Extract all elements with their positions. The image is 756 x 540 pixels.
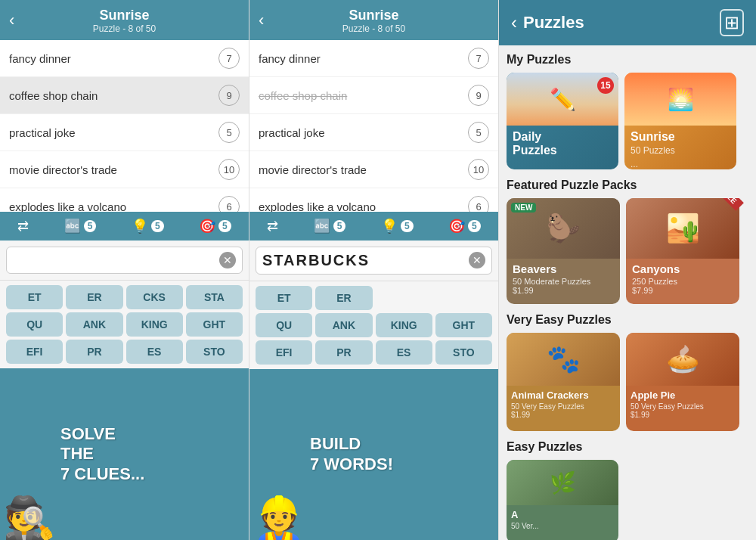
hint-icon: 💡 [132, 218, 148, 234]
clue-row[interactable]: explodes like a volcano 6 [0, 188, 249, 212]
letters-button[interactable]: 🔤 5 [64, 218, 97, 234]
puzzles-header: ‹ Puzzles ⊞ [499, 0, 756, 45]
letter-tile[interactable]: STO [186, 340, 243, 364]
letters-button[interactable]: 🔤 5 [314, 218, 346, 234]
clue-row[interactable]: explodes like a volcano 6 [249, 188, 498, 212]
easy-section-title: Easy Puzzles [507, 440, 748, 454]
left-header: ‹ Sunrise Puzzle - 8 of 50 [0, 0, 249, 40]
animal-crackers-label: Animal Crackers [507, 386, 620, 402]
puzzles-collection-icon[interactable]: ⊞ [720, 9, 744, 36]
apple-pie-price: $1.99 [626, 411, 739, 422]
clue-text: coffee shop chain [259, 89, 347, 102]
hint-icon: 💡 [381, 218, 398, 234]
clue-text: coffee shop chain [9, 89, 98, 102]
canyons-sublabel: 250 Puzzles [626, 277, 739, 286]
daily-badge: 15 [597, 77, 614, 94]
canyons-card[interactable]: 🏜️ SALE Canyons 250 Puzzles $7.99 [626, 198, 739, 304]
beavers-card[interactable]: 🦫 NEW Beavers 50 Moderate Puzzles $1.99 [507, 198, 620, 304]
letter-tile[interactable]: CKS [126, 285, 183, 309]
hint-button[interactable]: 💡 5 [381, 218, 414, 234]
clue-row[interactable]: movie director's trade 10 [0, 151, 249, 188]
clue-row[interactable]: coffee shop chain 9 [249, 77, 498, 114]
animal-crackers-card[interactable]: 🐾 Animal Crackers 50 Very Easy Puzzles $… [507, 333, 620, 431]
daily-puzzles-card[interactable]: ✏️ 15 DailyPuzzles [507, 73, 618, 169]
letter-tile[interactable]: ER [315, 286, 372, 310]
apple-pie-label: Apple Pie [626, 386, 739, 402]
letters-icon: 🔤 [314, 218, 330, 234]
middle-title: Sunrise [256, 8, 492, 23]
left-subtitle: Puzzle - 8 of 50 [6, 23, 243, 34]
letter-tile[interactable]: STO [435, 340, 492, 365]
clue-number: 6 [218, 196, 240, 212]
sunrise-card[interactable]: 🌅 Sunrise 50 Puzzles ... [624, 73, 736, 169]
clue-number: 6 [468, 196, 489, 212]
clue-text: movie director's trade [9, 163, 117, 176]
clue-text: movie director's trade [259, 163, 367, 176]
clue-row[interactable]: fancy dinner 7 [249, 40, 498, 77]
letters-icon: 🔤 [64, 218, 81, 234]
letter-tile[interactable]: QU [6, 312, 63, 337]
clue-row[interactable]: coffee shop chain 9 [0, 77, 249, 114]
very-easy-section-title: Very Easy Puzzles [507, 313, 748, 327]
letter-tile[interactable]: ANK [66, 312, 122, 337]
clue-row[interactable]: practical joke 5 [249, 114, 498, 151]
middle-word-input[interactable]: STARBUCKS ✕ [256, 247, 492, 275]
new-badge: NEW [511, 203, 536, 213]
puzzles-back-button[interactable]: ‹ [511, 12, 517, 33]
beavers-price: $1.99 [507, 286, 620, 298]
letter-tile[interactable]: ES [126, 340, 183, 364]
check-button[interactable]: 🎯 5 [199, 218, 231, 234]
canyon-icon: 🏜️ [626, 198, 739, 259]
letter-tile[interactable]: QU [256, 313, 312, 337]
left-clear-button[interactable]: ✕ [219, 252, 236, 268]
shuffle-icon: ⇄ [267, 218, 278, 234]
check-badge: 5 [218, 220, 231, 232]
left-panel: ‹ Sunrise Puzzle - 8 of 50 fancy dinner … [0, 0, 249, 540]
hint-button[interactable]: 💡 5 [132, 218, 164, 234]
easy-card-row: 🌿 A 50 Ver... [507, 460, 748, 540]
letter-tile[interactable]: GHT [186, 312, 243, 337]
letter-tile[interactable]: GHT [435, 313, 492, 337]
letter-tile[interactable]: STA [186, 285, 243, 309]
letter-tile[interactable]: PR [315, 340, 372, 365]
clue-text: explodes like a volcano [9, 200, 126, 213]
clue-row[interactable]: movie director's trade 10 [249, 151, 498, 188]
left-mascot-text: SOLVETHE7 CLUES... [0, 415, 153, 493]
clue-number: 5 [468, 122, 489, 143]
letter-tile[interactable]: EFI [6, 340, 63, 364]
clue-text: practical joke [259, 126, 325, 139]
middle-mascot-emoji: 👷 [253, 498, 305, 540]
middle-clear-button[interactable]: ✕ [469, 252, 485, 268]
letter-tile[interactable]: ANK [315, 313, 372, 337]
very-easy-card-row: 🐾 Animal Crackers 50 Very Easy Puzzles $… [507, 333, 748, 431]
left-input-area: ✕ [0, 241, 249, 281]
clue-number: 5 [218, 122, 240, 143]
letter-tile[interactable]: PR [66, 340, 122, 364]
check-button[interactable]: 🎯 5 [448, 218, 481, 234]
letter-tile[interactable]: ET [6, 285, 63, 309]
apple-pie-card[interactable]: 🥧 Apple Pie 50 Very Easy Puzzles $1.99 [626, 333, 739, 431]
clue-text: fancy dinner [9, 52, 71, 65]
letter-tile[interactable]: KING [376, 313, 432, 337]
shuffle-button[interactable]: ⇄ [17, 218, 29, 234]
shuffle-button[interactable]: ⇄ [267, 218, 278, 234]
left-mascot-emoji: 🕵️ [3, 498, 56, 540]
middle-panel: ‹ Sunrise Puzzle - 8 of 50 fancy dinner … [249, 0, 499, 540]
left-letter-grid: ET ER CKS STA QU ANK KING GHT EFI PR ES … [0, 281, 249, 368]
easy-pack-card[interactable]: 🌿 A 50 Ver... [507, 460, 618, 540]
check-icon: 🎯 [199, 218, 215, 234]
letter-tile[interactable]: ES [376, 340, 432, 365]
easy-pack-sublabel: 50 Ver... [507, 522, 618, 530]
clue-row[interactable]: fancy dinner 7 [0, 40, 249, 77]
letter-tile[interactable]: ER [66, 285, 122, 309]
letter-tile[interactable]: EFI [256, 340, 312, 365]
middle-clue-list: fancy dinner 7 coffee shop chain 9 pract… [249, 40, 498, 212]
hint-badge: 5 [151, 220, 164, 232]
clue-text: fancy dinner [259, 52, 321, 65]
canyons-price: $7.99 [626, 286, 739, 298]
clue-number: 7 [218, 48, 240, 69]
letter-tile[interactable]: ET [256, 286, 312, 310]
left-word-input[interactable]: ✕ [6, 247, 243, 274]
clue-row[interactable]: practical joke 5 [0, 114, 249, 151]
letter-tile[interactable]: KING [126, 312, 183, 337]
